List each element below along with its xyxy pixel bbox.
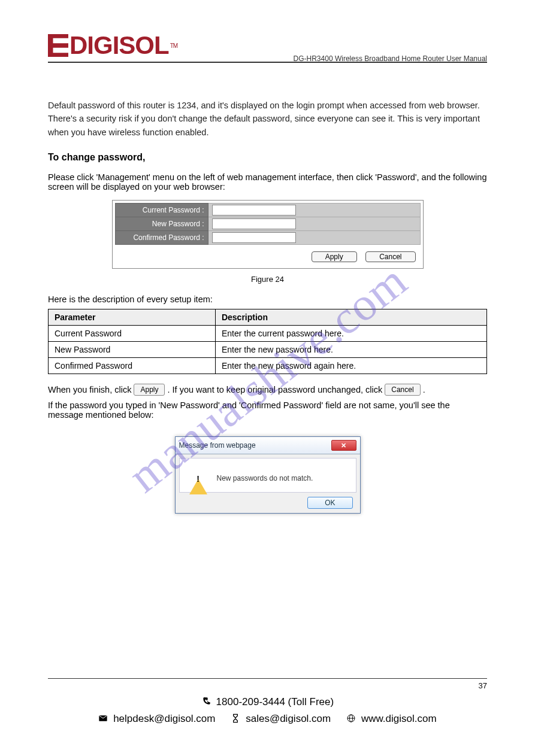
- apply-button[interactable]: Apply: [312, 251, 357, 262]
- mismatch-instruction: If the password you typed in 'New Passwo…: [48, 400, 487, 420]
- desc-cell: Enter the new password here.: [215, 342, 486, 358]
- confirmed-password-label: Confirmed Password :: [115, 231, 208, 245]
- table-intro: Here is the description of every setup i…: [48, 294, 487, 304]
- apply-inline-button: Apply: [134, 384, 165, 396]
- ok-button[interactable]: OK: [307, 497, 352, 509]
- footer-site: www.digisol.com: [361, 713, 437, 724]
- current-password-label: Current Password :: [115, 204, 208, 217]
- intro-paragraph: Default password of this router is 1234,…: [48, 99, 487, 139]
- mail-icon: [98, 714, 108, 726]
- current-password-input[interactable]: [212, 205, 296, 215]
- section-heading: To change password,: [48, 152, 487, 163]
- desc-cell: Enter the new password again here.: [215, 358, 486, 374]
- page-footer: 37 1800-209-3444 (Toll Free) helpdesk@di…: [48, 678, 487, 726]
- footer-helpdesk: helpdesk@digisol.com: [113, 713, 215, 724]
- after-table-instruction: When you finish, click Apply . If you wa…: [48, 384, 487, 396]
- page-number: 37: [48, 681, 487, 690]
- new-password-input[interactable]: [212, 218, 296, 229]
- password-form-table: Current Password : New Password : Confir…: [115, 203, 421, 245]
- dialog-title: Message from webpage: [179, 441, 331, 450]
- logo-mark-icon: [48, 34, 68, 57]
- table-row: Confirmed Password Enter the new passwor…: [49, 358, 487, 374]
- table-row: Current Password Enter the current passw…: [49, 326, 487, 342]
- globe-icon: [346, 714, 356, 726]
- password-form-figure: Current Password : New Password : Confir…: [112, 200, 424, 269]
- param-cell: New Password: [49, 342, 216, 358]
- desc-cell: Enter the current password here.: [215, 326, 486, 342]
- warning-icon: [189, 470, 207, 486]
- desc-header: Description: [215, 309, 486, 326]
- new-password-label: New Password :: [115, 217, 208, 231]
- confirmed-password-input[interactable]: [212, 232, 296, 243]
- error-dialog: Message from webpage ✕ New passwords do …: [175, 436, 361, 514]
- cancel-button[interactable]: Cancel: [365, 251, 415, 262]
- trademark: TM: [170, 42, 177, 49]
- hourglass-icon: [231, 714, 240, 726]
- dialog-message: New passwords do not match.: [217, 474, 313, 482]
- cancel-inline-button: Cancel: [385, 384, 420, 396]
- table-row: New Password Enter the new password here…: [49, 342, 487, 358]
- footer-divider: [48, 678, 487, 679]
- figure-label: Figure 24: [48, 275, 487, 284]
- close-icon[interactable]: ✕: [331, 440, 356, 451]
- footer-phone: 1800-209-3444 (Toll Free): [216, 696, 334, 708]
- phone-icon: [201, 697, 211, 709]
- param-cell: Current Password: [49, 326, 216, 342]
- footer-sales: sales@digisol.com: [246, 713, 331, 724]
- brand-name: DIGISOL: [69, 33, 169, 58]
- parameters-table: Parameter Description Current Password E…: [48, 309, 487, 374]
- param-cell: Confirmed Password: [49, 358, 216, 374]
- param-header: Parameter: [49, 309, 216, 326]
- instruction-text: Please click 'Management' menu on the le…: [48, 172, 487, 192]
